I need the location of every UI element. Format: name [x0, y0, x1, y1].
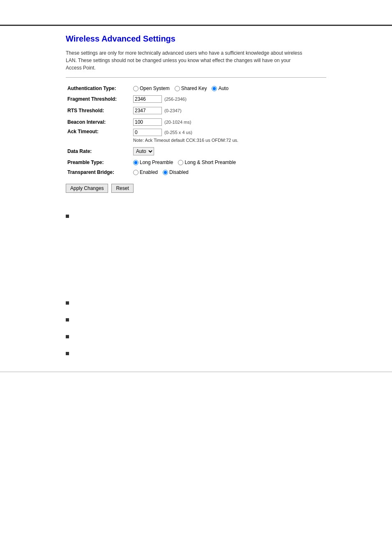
preamble-type-value: Long Preamble Long & Short Preamble — [131, 157, 326, 167]
data-rate-value: Auto 1 2 5.5 11 6 9 12 18 24 36 48 54 — [131, 145, 326, 157]
bullet-square-4 — [66, 335, 69, 338]
data-rate-label: Data Rate: — [66, 145, 131, 157]
bridge-disabled-radio[interactable] — [163, 170, 168, 175]
auth-shared-label: Shared Key — [181, 86, 207, 91]
auth-open-label: Open System — [140, 86, 170, 91]
bullet-item-5 — [66, 351, 392, 355]
transparent-bridge-value: Enabled Disabled — [131, 167, 326, 177]
bullet-item-1 — [66, 213, 392, 218]
apply-changes-button[interactable]: Apply Changes — [66, 184, 108, 193]
ack-timeout-hint: (0-255 x 4 us) — [164, 130, 192, 135]
rts-threshold-input[interactable] — [133, 107, 162, 114]
bridge-disabled[interactable]: Disabled — [163, 169, 189, 175]
page-title: Wireless Advanced Settings — [66, 34, 326, 44]
preamble-long[interactable]: Long Preamble — [133, 160, 173, 165]
bullet-item-2 — [66, 300, 392, 305]
ack-timeout-label: Ack Timeout: — [66, 128, 131, 145]
preamble-long-short-label: Long & Short Preamble — [184, 160, 236, 165]
section-divider — [66, 77, 326, 78]
auth-auto-radio[interactable] — [212, 86, 217, 91]
fragment-threshold-value: (256-2346) — [131, 93, 326, 105]
bullet-section-2 — [0, 300, 392, 355]
fragment-threshold-label: Fragment Threshold: — [66, 93, 131, 105]
bullet-square-5 — [66, 352, 69, 355]
settings-table: Authentication Type: Open System Shared … — [66, 83, 326, 177]
bridge-disabled-label: Disabled — [169, 169, 189, 175]
beacon-interval-label: Beacon Interval: — [66, 116, 131, 128]
bullet-item-4 — [66, 334, 392, 338]
beacon-interval-input[interactable] — [133, 118, 162, 126]
rts-threshold-value: (0-2347) — [131, 105, 326, 116]
fragment-threshold-hint: (256-2346) — [164, 97, 187, 102]
auth-shared-key[interactable]: Shared Key — [175, 86, 207, 91]
ack-timeout-value: (0-255 x 4 us) Note: Ack Timeout default… — [131, 128, 326, 145]
reset-button[interactable]: Reset — [111, 184, 133, 193]
auth-type-value: Open System Shared Key Auto — [131, 83, 326, 93]
data-rate-select[interactable]: Auto 1 2 5.5 11 6 9 12 18 24 36 48 54 — [133, 147, 154, 155]
rts-threshold-label: RTS Threshold: — [66, 105, 131, 116]
auth-open-system[interactable]: Open System — [133, 86, 170, 91]
auth-shared-radio[interactable] — [175, 86, 180, 91]
preamble-long-label: Long Preamble — [140, 160, 173, 165]
bullet-section-1 — [0, 213, 392, 218]
bridge-enabled[interactable]: Enabled — [133, 169, 158, 175]
rts-threshold-hint: (0-2347) — [164, 108, 182, 113]
beacon-interval-hint: (20-1024 ms) — [164, 120, 191, 125]
preamble-long-short-radio[interactable] — [178, 160, 183, 165]
fragment-threshold-input[interactable] — [133, 95, 162, 103]
bridge-enabled-radio[interactable] — [133, 170, 138, 175]
bottom-border — [0, 372, 392, 372]
ack-timeout-note: Note: Ack Timeout default CCK:316 us OFD… — [133, 138, 238, 143]
bullet-square-2 — [66, 301, 69, 305]
page-description: These settings are only for more technic… — [66, 49, 304, 72]
preamble-type-label: Preamble Type: — [66, 157, 131, 167]
auth-auto[interactable]: Auto — [212, 86, 228, 91]
preamble-long-radio[interactable] — [133, 160, 138, 165]
beacon-interval-value: (20-1024 ms) — [131, 116, 326, 128]
bullet-item-3 — [66, 317, 392, 321]
auth-type-label: Authentication Type: — [66, 83, 131, 93]
bullet-square-3 — [66, 318, 69, 321]
bullet-square-1 — [66, 215, 69, 218]
transparent-bridge-label: Transparent Bridge: — [66, 167, 131, 177]
ack-timeout-input[interactable] — [133, 129, 162, 136]
button-row: Apply Changes Reset — [66, 184, 326, 193]
auth-open-radio[interactable] — [133, 86, 138, 91]
bridge-enabled-label: Enabled — [140, 169, 158, 175]
auth-auto-label: Auto — [218, 86, 228, 91]
preamble-long-short[interactable]: Long & Short Preamble — [178, 160, 236, 165]
